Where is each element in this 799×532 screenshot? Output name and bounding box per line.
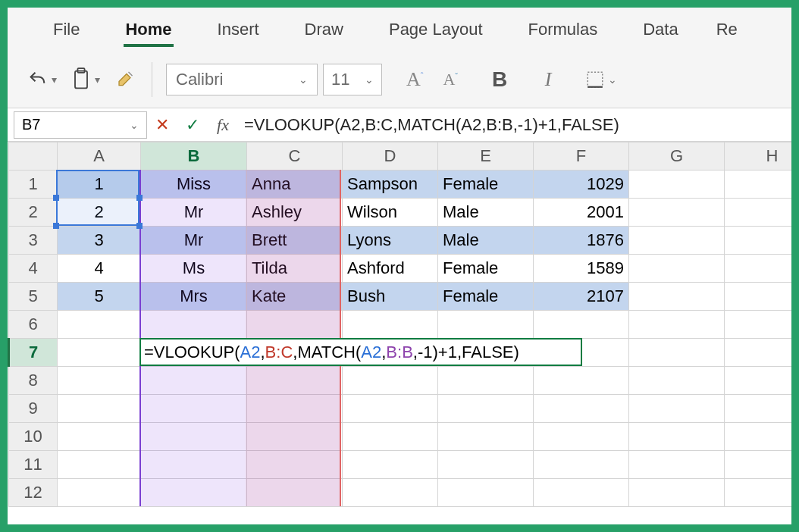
cell-B9[interactable]	[141, 395, 247, 423]
cell-F5[interactable]: 2107	[534, 283, 629, 311]
cell-A11[interactable]	[58, 451, 141, 479]
decrease-font-button[interactable]: Aˇ	[443, 64, 458, 95]
italic-button[interactable]: I	[532, 64, 564, 95]
row-header-2[interactable]: 2	[9, 199, 58, 227]
cell-A9[interactable]	[58, 395, 141, 423]
cell-D11[interactable]	[343, 451, 438, 479]
cell-H7[interactable]	[725, 339, 800, 367]
cell-E6[interactable]	[438, 311, 534, 339]
cell-H3[interactable]	[725, 227, 800, 255]
cell-G4[interactable]	[629, 255, 725, 283]
cell-C11[interactable]	[247, 451, 343, 479]
tab-draw[interactable]: Draw	[282, 8, 366, 52]
cell-D9[interactable]	[343, 395, 438, 423]
row-header-11[interactable]: 11	[9, 451, 58, 479]
cell-C6[interactable]	[247, 311, 343, 339]
cell-D6[interactable]	[343, 311, 438, 339]
cell-G7[interactable]	[629, 339, 725, 367]
cell-C1[interactable]: Anna	[247, 171, 343, 199]
cell-F10[interactable]	[534, 423, 629, 451]
cell-E3[interactable]: Male	[438, 227, 534, 255]
cell-D5[interactable]: Bush	[343, 283, 438, 311]
cell-C4[interactable]: Tilda	[247, 255, 343, 283]
row-header-6[interactable]: 6	[9, 311, 58, 339]
cell-E11[interactable]	[438, 451, 534, 479]
row-header-1[interactable]: 1	[9, 171, 58, 199]
cell-G2[interactable]	[629, 199, 725, 227]
cancel-button[interactable]: ✕	[147, 111, 177, 139]
col-header-D[interactable]: D	[343, 142, 438, 171]
tab-home[interactable]: Home	[102, 8, 194, 52]
cell-A1[interactable]: 1	[58, 171, 141, 199]
row-header-9[interactable]: 9	[9, 395, 58, 423]
cell-B6[interactable]	[141, 311, 247, 339]
cell-C5[interactable]: Kate	[247, 283, 343, 311]
cell-C3[interactable]: Brett	[247, 227, 343, 255]
cell-A4[interactable]: 4	[58, 255, 141, 283]
cell-A7[interactable]	[58, 339, 141, 367]
cell-B1[interactable]: Miss	[141, 171, 247, 199]
cell-B8[interactable]	[141, 367, 247, 395]
cell-H2[interactable]	[725, 199, 800, 227]
cell-H12[interactable]	[725, 479, 800, 507]
increase-font-button[interactable]: Aˆ	[406, 64, 423, 95]
cell-B3[interactable]: Mr	[141, 227, 247, 255]
cell-C12[interactable]	[247, 479, 343, 507]
cell-E10[interactable]	[438, 423, 534, 451]
cell-C2[interactable]: Ashley	[247, 199, 343, 227]
cell-A2[interactable]: 2	[58, 199, 141, 227]
cell-E5[interactable]: Female	[438, 283, 534, 311]
col-header-A[interactable]: A	[58, 142, 141, 171]
spreadsheet-grid[interactable]: A B C D E F G H 1 1 Miss Anna Sampson Fe…	[8, 142, 791, 507]
cell-E8[interactable]	[438, 367, 534, 395]
col-header-F[interactable]: F	[534, 142, 629, 171]
cell-H4[interactable]	[725, 255, 800, 283]
cell-B12[interactable]	[141, 479, 247, 507]
cell-B11[interactable]	[141, 451, 247, 479]
tab-file[interactable]: File	[30, 8, 102, 52]
cell-F11[interactable]	[534, 451, 629, 479]
cell-D12[interactable]	[343, 479, 438, 507]
tab-data[interactable]: Data	[620, 8, 700, 52]
cell-E2[interactable]: Male	[438, 199, 534, 227]
formula-input[interactable]: =VLOOKUP(A2,B:C,MATCH(A2,B:B,-1)+1,FALSE…	[238, 111, 791, 139]
undo-button[interactable]: ▾	[27, 64, 57, 95]
cell-H8[interactable]	[725, 367, 800, 395]
select-all-corner[interactable]	[9, 142, 58, 171]
cell-G1[interactable]	[629, 171, 725, 199]
cell-F9[interactable]	[534, 395, 629, 423]
cell-A12[interactable]	[58, 479, 141, 507]
cell-H5[interactable]	[725, 283, 800, 311]
cell-F3[interactable]: 1876	[534, 227, 629, 255]
font-size-select[interactable]: 11 ⌄	[323, 64, 382, 95]
cell-H10[interactable]	[725, 423, 800, 451]
col-header-G[interactable]: G	[629, 142, 725, 171]
name-box[interactable]: B7 ⌄	[14, 111, 147, 139]
cell-D8[interactable]	[343, 367, 438, 395]
cell-G5[interactable]	[629, 283, 725, 311]
cell-G10[interactable]	[629, 423, 725, 451]
row-header-8[interactable]: 8	[9, 367, 58, 395]
cell-D2[interactable]: Wilson	[343, 199, 438, 227]
cell-D10[interactable]	[343, 423, 438, 451]
cell-A10[interactable]	[58, 423, 141, 451]
col-header-H[interactable]: H	[725, 142, 800, 171]
bold-button[interactable]: B	[484, 64, 515, 95]
tab-formulas[interactable]: Formulas	[506, 8, 621, 52]
cell-C10[interactable]	[247, 423, 343, 451]
cell-E1[interactable]: Female	[438, 171, 534, 199]
cell-A8[interactable]	[58, 367, 141, 395]
cell-B10[interactable]	[141, 423, 247, 451]
col-header-B[interactable]: B	[141, 142, 247, 171]
cell-F1[interactable]: 1029	[534, 171, 629, 199]
insert-function-button[interactable]: fx	[208, 111, 238, 139]
col-header-E[interactable]: E	[438, 142, 534, 171]
paste-button[interactable]: ▾	[70, 64, 100, 95]
cell-H1[interactable]	[725, 171, 800, 199]
cell-D4[interactable]: Ashford	[343, 255, 438, 283]
cell-E9[interactable]	[438, 395, 534, 423]
tab-insert[interactable]: Insert	[195, 8, 282, 52]
cell-G11[interactable]	[629, 451, 725, 479]
cell-D1[interactable]: Sampson	[343, 171, 438, 199]
font-name-select[interactable]: Calibri ⌄	[166, 64, 318, 95]
